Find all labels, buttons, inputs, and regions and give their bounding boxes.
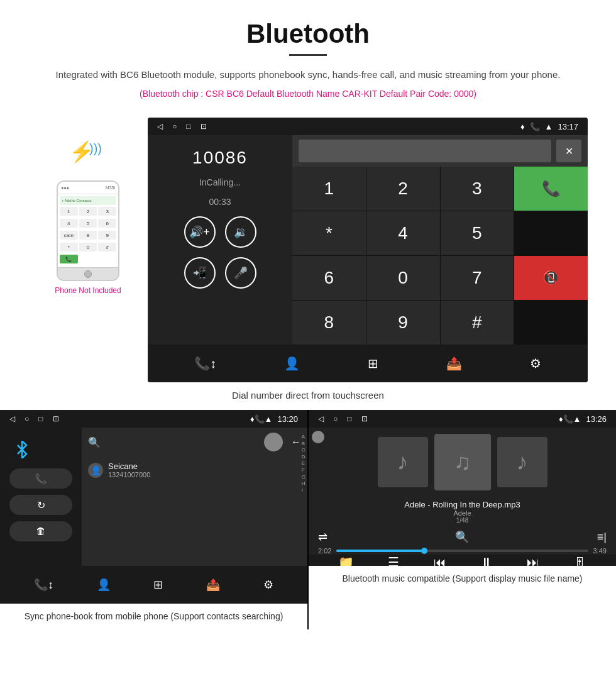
key-3[interactable]: 3	[441, 167, 514, 211]
contacts-main: 🔍 ← 👤 Seicane 13241007000 A B	[82, 428, 307, 566]
az-h: H	[302, 480, 305, 487]
call-green-button[interactable]: 📞	[514, 167, 588, 211]
music-album-area: ♪ ♫ ♪	[309, 428, 616, 497]
transfer-tab[interactable]: 📤	[446, 356, 462, 371]
mini-key-2: 2	[79, 207, 97, 216]
mini-key-cam: cam	[60, 231, 78, 240]
dial-controls-row1: 🔊+ 🔉	[184, 216, 256, 248]
phone-signal-icon: 📞	[530, 122, 540, 131]
key-1[interactable]: 1	[292, 167, 366, 211]
dial-number: 10086	[192, 148, 248, 168]
sidebar-call-button[interactable]: 📞	[9, 468, 72, 489]
contact-item[interactable]: 👤 Seicane 13241007000	[82, 456, 307, 484]
volume-down-button[interactable]: 🔉	[225, 216, 256, 248]
mini-key-4: 4	[60, 219, 78, 228]
contacts-menu-icon: ⊡	[53, 414, 59, 423]
cb-transfer-icon[interactable]: 📤	[206, 578, 220, 592]
contacts-android-screen: ◁ ○ □ ⊡ ♦📞▲ 13:20 📞	[0, 410, 307, 604]
key-9[interactable]: 9	[366, 301, 440, 345]
bluetooth-icon-area: ⚡ )))	[63, 136, 113, 174]
next-track-icon[interactable]: ⏭	[527, 555, 539, 567]
mini-key-hash: #	[98, 243, 116, 252]
wifi-icon: ▲	[545, 122, 553, 131]
contacts-tab[interactable]: 👤	[284, 356, 300, 371]
key-6[interactable]: 6	[292, 256, 366, 300]
call-green-icon: 📞	[542, 180, 561, 197]
mini-key-star: *	[60, 243, 78, 252]
prev-track-icon[interactable]: ⏮	[434, 555, 446, 567]
settings-icon: ⚙	[530, 356, 541, 371]
cb-contacts-icon[interactable]: 👤	[97, 578, 111, 592]
dialpad-tab[interactable]: ⊞	[368, 356, 378, 371]
bluetooth-waves-icon: )))	[89, 141, 102, 156]
cb-dialpad-icon[interactable]: ⊞	[153, 578, 163, 592]
mini-key-5: 5	[79, 219, 97, 228]
transfer-icon: 📲	[193, 266, 207, 280]
cb-settings-icon[interactable]: ⚙	[263, 578, 273, 592]
music-menu-icon: ⊡	[361, 414, 368, 423]
shuffle-icon[interactable]: ⇌	[318, 530, 327, 544]
music-body: ♪ ♫ ♪ Adele - Rolling In the Deep.mp3 Ad…	[309, 428, 616, 566]
equalizer-icon[interactable]: ≡|	[597, 531, 607, 544]
az-c: C	[302, 447, 305, 453]
call-red-icon: 📵	[542, 270, 559, 286]
music-title: Adele - Rolling In the Deep.mp3	[312, 500, 613, 509]
page-description: Integrated with BC6 Bluetooth module, su…	[25, 67, 591, 82]
key-star[interactable]: *	[292, 211, 366, 255]
clock: 13:17	[558, 122, 578, 131]
sidebar-refresh-icon: ↻	[37, 499, 45, 511]
dial-left-panel: 10086 InCalling... 00:33 🔊+ 🔉 📲	[148, 135, 292, 345]
backspace-button[interactable]: ✕	[556, 140, 581, 162]
music-note-left-icon: ♪	[397, 449, 409, 475]
phone-home-button	[84, 270, 92, 278]
folder-icon[interactable]: 📁	[338, 555, 354, 566]
cb-recents-icon[interactable]: 📞↕	[34, 578, 53, 592]
eq-settings-icon[interactable]: 🎚	[574, 555, 586, 567]
dial-input-row: ✕	[292, 135, 588, 167]
music-section: ◁ ○ □ ⊡ ♦📞▲ 13:26 ♪ ♫	[309, 410, 616, 629]
mini-key-1: 1	[60, 207, 78, 216]
transfer-tab-icon: 📤	[446, 356, 462, 371]
music-home-icon: ○	[333, 414, 338, 423]
sidebar-refresh-button[interactable]: ↻	[9, 495, 72, 515]
key-0[interactable]: 0	[366, 256, 440, 300]
transfer-button[interactable]: 📲	[184, 257, 216, 289]
title-underline	[289, 54, 327, 56]
music-artist: Adele	[312, 509, 613, 517]
recents-tab[interactable]: 📞↕	[194, 356, 216, 371]
key-8[interactable]: 8	[292, 301, 366, 345]
sidebar-delete-button[interactable]: 🗑	[9, 521, 72, 541]
main-screenshot-container: ⚡ ))) ●●● M35i + Add to Contacts 1 2 3 4…	[0, 118, 616, 382]
key-hash[interactable]: #	[441, 301, 514, 345]
page-specs: (Bluetooth chip : CSR BC6 Default Blueto…	[25, 89, 591, 99]
key-5[interactable]: 5	[441, 211, 514, 255]
volume-up-button[interactable]: 🔊+	[184, 216, 216, 248]
key-4[interactable]: 4	[366, 211, 440, 255]
contacts-dot	[264, 433, 283, 451]
key-7[interactable]: 7	[441, 256, 514, 300]
settings-tab[interactable]: ⚙	[530, 356, 541, 371]
contacts-body: 📞 ↻ 🗑 🔍 ←	[0, 428, 307, 566]
dial-input-field[interactable]	[299, 140, 551, 162]
search-music-icon[interactable]: 🔍	[455, 530, 469, 544]
music-progress-row: 2:02 3:49	[309, 547, 616, 555]
contacts-search-row: 🔍 ←	[82, 428, 307, 456]
statusbar-right: ♦ 📞 ▲ 13:17	[520, 122, 578, 131]
dialpad-icon: ⊞	[368, 356, 378, 371]
phone-mock-top: ●●● M35i	[58, 182, 118, 194]
album-art-right: ♪	[497, 437, 547, 487]
dial-bottom-bar: 📞↕ 👤 ⊞ 📤 ⚙	[148, 345, 588, 382]
mute-button[interactable]: 🎤	[225, 257, 256, 289]
mini-key-0: 0	[79, 243, 97, 252]
album-art-left: ♪	[378, 437, 428, 487]
play-pause-icon[interactable]: ⏸	[480, 555, 493, 567]
key-2[interactable]: 2	[366, 167, 440, 211]
keypad-grid: 1 2 3 * 📞 4 5 6 0 7 8 9 # 📵	[292, 167, 588, 345]
main-caption: Dial number direct from touchscreen	[0, 382, 616, 410]
phone-mock: ●●● M35i + Add to Contacts 1 2 3 4 5 6 c…	[57, 180, 119, 281]
music-track: 1/48	[312, 517, 613, 524]
call-red-button[interactable]: 📵	[514, 256, 588, 300]
playlist-icon[interactable]: ☰	[388, 555, 399, 566]
progress-bar[interactable]	[336, 550, 588, 552]
mini-key-3: 3	[98, 207, 116, 216]
